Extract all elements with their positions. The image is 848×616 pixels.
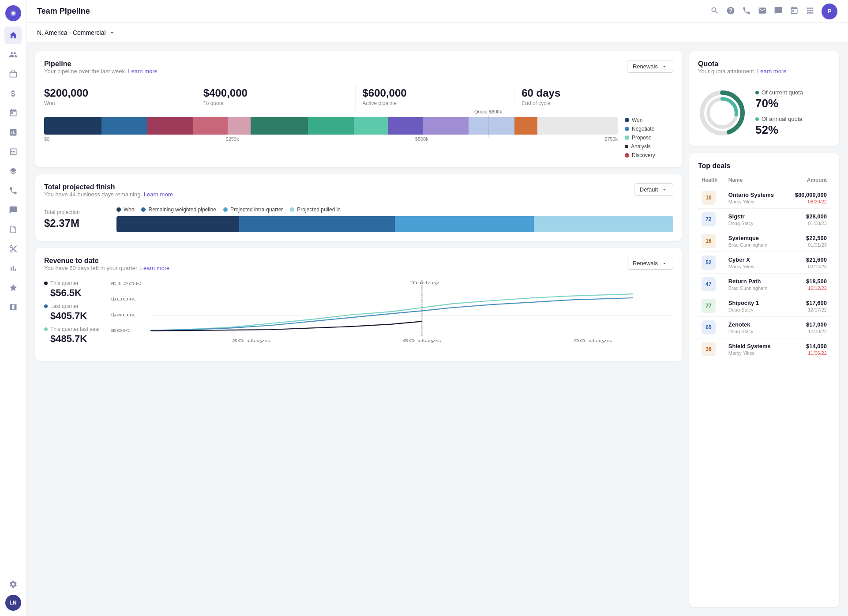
legend-analysis: Analysis [625, 143, 673, 150]
region-label: N. America - Commercial [37, 29, 106, 36]
table-row[interactable]: 10 Ontario Systems Marcy Yikes $80,000,0… [698, 187, 830, 209]
sidebar-item-calendar[interactable] [4, 104, 22, 122]
table-row[interactable]: 52 Cyber X Marcy Yikes $21,600 02/14/23 [698, 252, 830, 274]
deal-health-badge: 16 [702, 234, 716, 248]
proj-dot-won [116, 207, 121, 212]
table-row[interactable]: 72 Sigstr Doug Stacy $28,000 01/08/23 [698, 209, 830, 230]
table-row[interactable]: 77 Shipocity 1 Doug Stacy $17,600 12/17/… [698, 295, 830, 317]
sidebar-item-scissors[interactable] [4, 240, 22, 258]
sidebar-item-people[interactable] [4, 46, 22, 64]
sidebar-item-message[interactable] [4, 201, 22, 219]
deal-name: Cyber X [728, 256, 782, 263]
table-row[interactable]: 47 Return Path Brad Cunningham $18,500 1… [698, 274, 830, 295]
quota-line: Quota $600k [474, 109, 502, 137]
app-logo[interactable] [5, 5, 21, 21]
proj-seg-3 [395, 216, 534, 232]
donut-svg [698, 89, 747, 137]
bar-seg-5 [228, 117, 251, 135]
deal-person: Doug Stacy [728, 307, 782, 312]
deal-amount: $14,000 [789, 343, 827, 349]
sidebar-item-barchart[interactable] [4, 259, 22, 277]
proj-seg-1 [116, 216, 239, 232]
sidebar-item-dollar[interactable] [4, 85, 22, 102]
legend-dot-propose [625, 135, 629, 140]
sidebar-item-analytics[interactable] [4, 124, 22, 141]
projection-row: Total projection $2.37M Won Remaining we… [44, 207, 673, 232]
bar-seg-10 [423, 117, 469, 135]
stat-value-pipeline: $600,000 [363, 87, 507, 99]
pipeline-chart-area: Quota $600k [44, 117, 673, 158]
projection-subtitle: You have 44 business days remaining. Lea… [44, 191, 173, 198]
projection-dropdown[interactable]: Default [634, 183, 673, 196]
stat-value-cycle: 60 days [522, 87, 666, 99]
deal-date: 10/12/22 [789, 285, 827, 291]
projection-legend: Won Remaining weighted pipeline Projecte… [116, 207, 673, 213]
grid-icon[interactable] [806, 6, 814, 17]
donut-container [698, 89, 747, 137]
sidebar: LN [0, 0, 26, 616]
projection-left: Total projection $2.37M [44, 209, 106, 229]
bar-seg-3 [147, 117, 193, 135]
pipeline-bar-track [44, 117, 618, 135]
search-icon[interactable] [710, 6, 719, 17]
dot-current-quota [755, 91, 759, 94]
stat-value-quota: $400,000 [203, 87, 348, 99]
help-icon[interactable] [726, 6, 735, 17]
deal-health-badge: 38 [702, 342, 716, 356]
user-avatar[interactable]: LN [5, 595, 21, 611]
bar-seg-13 [537, 117, 618, 135]
revenue-learn-more[interactable]: Learn more [140, 265, 169, 271]
pipeline-learn-more[interactable]: Learn more [128, 68, 157, 75]
sidebar-item-table[interactable] [4, 143, 22, 161]
region-selector[interactable]: N. America - Commercial [37, 29, 116, 36]
pipeline-subtitle: Your pipeline over the last week. Learn … [44, 68, 158, 75]
sidebar-item-star[interactable] [4, 279, 22, 297]
table-row[interactable]: 65 Zenotek Doug Stacy $17,000 12/30/22 [698, 317, 830, 338]
stat-label-pipeline: Active pipeline [363, 100, 507, 106]
sidebar-item-phone[interactable] [4, 182, 22, 199]
legend-discovery: Discovery [625, 152, 673, 158]
deal-amount: $22,500 [789, 235, 827, 241]
bar-seg-7 [308, 117, 354, 135]
email-icon[interactable] [758, 6, 767, 17]
sidebar-item-settings[interactable] [4, 575, 22, 593]
deal-date: 12/17/22 [789, 307, 827, 312]
main-area: Team Pipeline P [26, 0, 848, 616]
sidebar-item-map[interactable] [4, 298, 22, 316]
chat-icon[interactable] [774, 6, 783, 17]
sidebar-item-briefcase[interactable] [4, 65, 22, 83]
calendar-icon[interactable] [790, 6, 799, 17]
sidebar-item-paper[interactable] [4, 221, 22, 238]
revenue-value-last: $405.7K [50, 310, 101, 322]
revenue-dropdown[interactable]: Renewals [627, 257, 673, 270]
deal-person: Marcy Yikes [728, 199, 782, 204]
quota-current-value: 70% [755, 97, 803, 110]
pipeline-bar-container: Quota $600k [44, 117, 618, 142]
pipeline-dropdown[interactable]: Renewals [627, 60, 673, 73]
sidebar-item-layers[interactable] [4, 162, 22, 180]
revenue-subtitle: You have 60 days left in your quarter. L… [44, 265, 169, 271]
svg-text:$80K: $80K [110, 297, 136, 301]
revenue-layout: This quarter $56.5K Last quarter $405.7K [44, 280, 673, 353]
quota-stats: Of current quota 70% Of annual quota 52% [755, 89, 803, 137]
stat-label-cycle: End of cycle [522, 100, 666, 106]
deal-person: Marcy Yikes [728, 350, 782, 356]
table-row[interactable]: 38 Shield Systems Marcy Yikes $14,000 11… [698, 338, 830, 360]
legend-negotiate: Negotiate [625, 126, 673, 132]
revenue-chart-area: $120K $80K $40K $0K Tod [110, 280, 673, 353]
pipeline-card: Pipeline Your pipeline over the last wee… [35, 51, 682, 167]
right-column: Quota Your quota attainment. Learn more [689, 51, 839, 607]
projection-value: $2.37M [44, 217, 106, 229]
sidebar-item-home[interactable] [4, 26, 22, 44]
topbar-user-button[interactable]: P [822, 4, 837, 19]
phone-icon[interactable] [742, 6, 751, 17]
table-row[interactable]: 16 Systemque Brad Cunningham $22,500 01/… [698, 230, 830, 252]
revenue-left: This quarter $56.5K Last quarter $405.7K [44, 280, 101, 353]
quota-card: Quota Your quota attainment. Learn more [689, 51, 839, 146]
deal-date: 01/01/23 [789, 242, 827, 248]
projection-learn-more[interactable]: Learn more [144, 191, 173, 198]
quota-annual-value: 52% [755, 123, 803, 137]
deal-name: Zenotek [728, 321, 782, 328]
quota-learn-more[interactable]: Learn more [757, 68, 786, 75]
dot-annual-quota [755, 117, 759, 121]
